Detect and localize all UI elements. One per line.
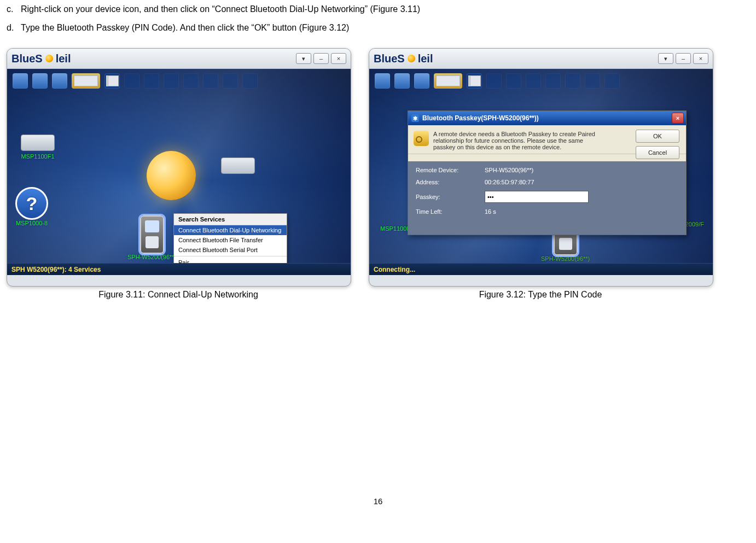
device-box-icon — [21, 135, 55, 151]
passkey-input[interactable] — [485, 191, 589, 203]
service-icon-10[interactable] — [203, 73, 218, 89]
context-menu-item-spp[interactable]: Connect Bluetooth Serial Port — [174, 245, 287, 255]
bluetooth-icon: ✱ — [411, 114, 419, 122]
remote-device-msp-b[interactable]: ? MSP1000-8 — [15, 187, 48, 226]
service-toolbar — [13, 73, 258, 89]
status-bar: SPH W5200(96**): 4 Services — [7, 263, 351, 275]
device-label: SPH-W5200(96**) — [127, 254, 176, 260]
brand-text-post: leil — [418, 52, 433, 65]
window-minimize-button[interactable]: – — [313, 53, 329, 64]
label-remote-device: Remote Device: — [416, 167, 470, 173]
service-icon-8[interactable] — [164, 73, 179, 89]
local-device-sun[interactable] — [147, 151, 196, 200]
service-icon-8[interactable] — [526, 73, 541, 89]
status-text: Connecting... — [374, 266, 415, 273]
app-body: MSP1100F8 From-MSP_2009/F SPH-W5200(96**… — [369, 69, 713, 275]
cancel-button[interactable]: Cancel — [636, 146, 679, 159]
figure-312-window: BlueS leil ▾ – × — [369, 48, 713, 287]
remote-device-phone[interactable]: SPH-W5200(96**) — [127, 215, 176, 260]
ok-button[interactable]: OK — [636, 130, 679, 143]
brand-text-post: leil — [56, 52, 71, 65]
remote-device-router[interactable] — [221, 157, 255, 176]
device-box-icon — [221, 157, 255, 174]
phone-icon — [140, 215, 164, 254]
device-label: MSP1100F1 — [21, 153, 54, 160]
service-icon-6[interactable] — [124, 73, 139, 89]
instruction-d-marker: d. — [7, 23, 21, 33]
context-menu-header: Search Services — [174, 214, 287, 225]
status-bar: Connecting... — [369, 263, 713, 275]
figure-311-window: BlueS leil ▾ – × — [7, 48, 351, 287]
service-icon-2[interactable] — [394, 73, 410, 89]
service-icon-3[interactable] — [52, 73, 67, 89]
brand-sun-icon — [45, 55, 53, 62]
value-remote-device: SPH-W5200(96**) — [485, 167, 533, 173]
service-icon-10[interactable] — [565, 73, 580, 89]
service-icon-6[interactable] — [486, 73, 502, 89]
title-bar: BlueS leil ▾ – × — [369, 49, 713, 69]
dialog-message-text: A remote device needs a Bluetooth Passke… — [433, 131, 597, 150]
device-label: MSP1000-8 — [16, 220, 48, 226]
service-icon-2[interactable] — [32, 73, 48, 89]
remote-device-msp-a[interactable]: MSP1100F1 — [21, 135, 55, 160]
passkey-dialog: ✱ Bluetooth Passkey(SPH-W5200(96**)) × A… — [408, 110, 687, 235]
window-close-button[interactable]: × — [331, 53, 346, 64]
context-menu-item-dun[interactable]: Connect Bluetooth Dial-Up Networking — [174, 225, 287, 235]
context-menu-item-ftp[interactable]: Connect Bluetooth File Transfer — [174, 235, 287, 245]
service-icon-documents[interactable] — [104, 73, 120, 89]
instruction-d-text: Type the Bluetooth Passkey (PIN Code). A… — [21, 23, 349, 33]
service-icon-12[interactable] — [604, 73, 620, 89]
window-pin-button[interactable]: ▾ — [296, 53, 311, 64]
instruction-c-text: Right-click on your device icon, and the… — [21, 4, 420, 14]
brand-sun-icon — [408, 55, 415, 62]
service-icon-documents[interactable] — [467, 73, 482, 89]
brand-text-pre: BlueS — [374, 52, 405, 65]
service-icon-12[interactable] — [242, 73, 258, 89]
status-text: SPH W5200(96**): 4 Services — [11, 266, 101, 273]
service-icon-7[interactable] — [506, 73, 521, 89]
label-time-left: Time Left: — [416, 208, 470, 215]
instruction-c: c. Right-click on your device icon, and … — [7, 4, 749, 14]
dialog-title-bar: ✱ Bluetooth Passkey(SPH-W5200(96**)) × — [408, 111, 686, 125]
app-brand: BlueS leil — [374, 52, 433, 65]
page-number: 16 — [7, 497, 749, 506]
label-address: Address: — [416, 179, 470, 185]
value-time-left: 16 s — [485, 208, 496, 215]
context-menu-separator — [174, 256, 287, 256]
window-minimize-button[interactable]: – — [676, 53, 691, 64]
window-close-button[interactable]: × — [693, 53, 708, 64]
dialog-close-button[interactable]: × — [672, 113, 684, 124]
service-icon-9[interactable] — [545, 73, 561, 89]
title-bar: BlueS leil ▾ – × — [7, 49, 351, 69]
label-passkey: Passkey: — [416, 194, 470, 200]
service-icon-11[interactable] — [585, 73, 600, 89]
service-icon-folder[interactable] — [72, 73, 100, 89]
dialog-form-area: Remote Device: SPH-W5200(96**) Address: … — [408, 161, 686, 235]
dialog-title-text: Bluetooth Passkey(SPH-W5200(96**)) — [422, 114, 539, 122]
figure-311-caption: Figure 3.11: Connect Dial-Up Networking — [7, 290, 350, 300]
unknown-device-icon: ? — [15, 187, 48, 220]
figure-312-caption: Figure 3.12: Type the PIN Code — [369, 290, 712, 300]
service-icon-9[interactable] — [183, 73, 199, 89]
app-brand: BlueS leil — [11, 52, 71, 65]
app-body: MSP1100F1 ? MSP1000-8 SPH-W5200(96**) — [7, 69, 351, 275]
service-icon-1[interactable] — [375, 73, 390, 89]
instruction-c-marker: c. — [7, 4, 21, 14]
service-icon-1[interactable] — [13, 73, 28, 89]
instruction-d: d. Type the Bluetooth Passkey (PIN Code)… — [7, 23, 749, 33]
brand-text-pre: BlueS — [11, 52, 43, 65]
service-toolbar — [375, 73, 620, 89]
key-icon — [414, 131, 429, 146]
service-icon-11[interactable] — [223, 73, 238, 89]
service-icon-3[interactable] — [414, 73, 429, 89]
service-icon-folder[interactable] — [434, 73, 462, 89]
device-label: SPH-W5200(96**) — [541, 255, 590, 262]
value-address: 00:26:5D:97:80:77 — [485, 179, 534, 185]
service-icon-7[interactable] — [144, 73, 159, 89]
window-pin-button[interactable]: ▾ — [658, 53, 673, 64]
